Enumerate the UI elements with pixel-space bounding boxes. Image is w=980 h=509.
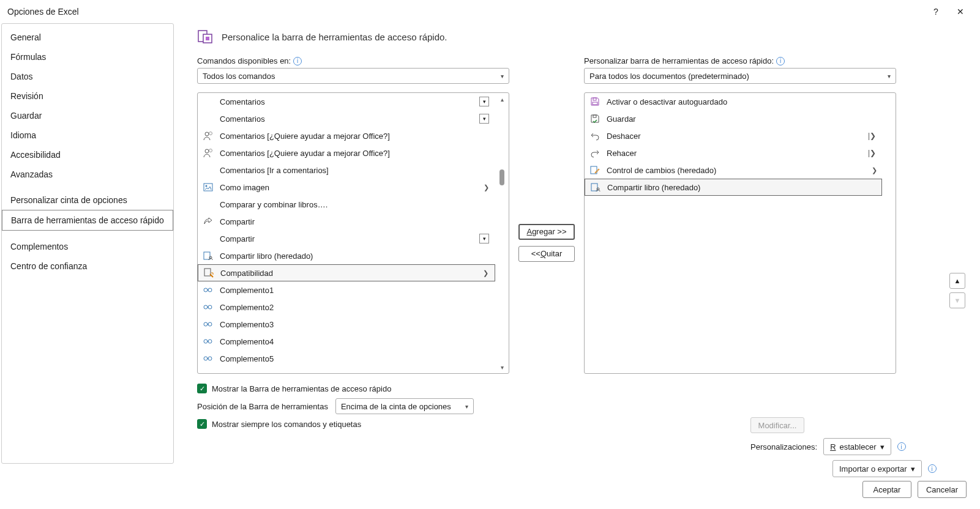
show-qat-label: Mostrar la Barra de herramientas de acce… — [212, 384, 391, 393]
remove-button[interactable]: << Quitar — [518, 246, 575, 262]
command-item[interactable]: Como imagen ❯ — [198, 179, 495, 196]
info-icon[interactable]: i — [928, 464, 937, 473]
command-item[interactable]: Complemento6 — [198, 367, 495, 373]
command-label: Comparar y combinar libros…. — [220, 200, 490, 209]
command-label: Compartir — [220, 234, 473, 243]
info-icon[interactable]: i — [897, 442, 906, 451]
svg-rect-26 — [593, 115, 596, 117]
blank-icon — [203, 96, 214, 107]
redo-icon — [589, 147, 600, 158]
svg-rect-9 — [204, 252, 210, 259]
command-label: Comentarios [¿Quiere ayudar a mejorar Of… — [220, 149, 490, 158]
scroll-down-icon[interactable]: ▾ — [498, 363, 506, 371]
command-label: Complemento2 — [220, 303, 490, 312]
save-icon — [589, 96, 600, 107]
command-item[interactable]: Complemento5 — [198, 350, 495, 367]
sidebar-item[interactable]: Fórmulas — [2, 47, 173, 67]
scroll-thumb[interactable] — [499, 169, 504, 185]
available-commands-listbox[interactable]: Comentarios ▾ Comentarios ▾ Comentarios … — [197, 92, 509, 374]
reset-dropdown[interactable]: Restablecer ▾ — [823, 438, 891, 455]
sidebar-item[interactable]: Complementos — [2, 237, 173, 256]
ok-button[interactable]: Aceptar — [862, 481, 911, 498]
help-button[interactable]: ? — [924, 2, 948, 21]
sidebar-item[interactable]: Barra de herramientas de acceso rápido — [2, 210, 173, 231]
command-item[interactable]: Comentarios [¿Quiere ayudar a mejorar Of… — [198, 127, 495, 144]
sidebar-item[interactable]: Avanzadas — [2, 165, 173, 184]
svg-point-8 — [206, 185, 208, 187]
command-label: Como imagen — [220, 183, 477, 192]
command-item[interactable]: Comentarios [¿Quiere ayudar a mejorar Of… — [198, 144, 495, 162]
qat-item[interactable]: Deshacer |❯ — [585, 127, 882, 144]
command-item[interactable]: Compartir ▾ — [198, 230, 495, 247]
savechk-icon — [589, 113, 600, 124]
sharebook-icon — [203, 250, 214, 261]
sidebar-item[interactable]: Guardar — [2, 106, 173, 125]
command-item[interactable]: Compatibilidad ❯ — [198, 264, 495, 281]
image-icon — [203, 182, 214, 193]
command-item[interactable]: Compartir libro (heredado) — [198, 247, 495, 264]
sidebar-item[interactable]: Centro de confianza — [2, 256, 173, 276]
command-item[interactable]: Complemento1 — [198, 281, 495, 299]
sidebar-item[interactable]: Idioma — [2, 125, 173, 145]
command-label: Comentarios [¿Quiere ayudar a mejorar Of… — [220, 132, 490, 141]
sidebar-item[interactable]: Personalizar cinta de opciones — [2, 190, 173, 210]
sharebook-icon — [590, 182, 601, 193]
checkbox-checked-icon[interactable]: ✓ — [197, 419, 207, 429]
qat-item[interactable]: Guardar — [585, 110, 882, 127]
chevron-right-icon: ❯ — [483, 269, 488, 277]
qat-item[interactable]: Compartir libro (heredado) — [585, 179, 882, 196]
toolbar-position-dropdown[interactable]: Encima de la cinta de opciones▾ — [335, 398, 474, 414]
qat-item[interactable]: Rehacer |❯ — [585, 144, 882, 162]
qat-item[interactable]: Activar o desactivar autoguardado — [585, 93, 882, 110]
command-item[interactable]: Complemento4 — [198, 333, 495, 350]
command-item[interactable]: Complemento3 — [198, 316, 495, 333]
move-up-button[interactable]: ▲ — [949, 273, 965, 289]
add-button[interactable]: Agregar >> — [518, 224, 575, 240]
sidebar-item[interactable]: Accesibilidad — [2, 145, 173, 165]
addin-icon — [203, 302, 214, 313]
always-show-checkbox-row[interactable]: ✓ Mostrar siempre los comandos y etiquet… — [197, 419, 509, 429]
dropdown-indicator-icon: ▾ — [479, 114, 489, 124]
close-button[interactable]: ✕ — [948, 2, 973, 21]
addin-icon — [203, 336, 214, 347]
command-label: Comentarios [Ir a comentarios] — [220, 166, 490, 175]
share-icon — [203, 216, 214, 227]
import-export-dropdown[interactable]: Importar o exportar ▾ — [832, 460, 922, 477]
command-label: Comentarios — [220, 97, 473, 106]
header-text: Personalice la barra de herramientas de … — [222, 32, 447, 42]
chevron-right-icon: ❯ — [872, 166, 877, 174]
sidebar-item[interactable]: Datos — [2, 67, 173, 86]
command-item[interactable]: Compartir — [198, 213, 495, 230]
info-icon[interactable]: i — [293, 57, 302, 65]
svg-point-6 — [209, 149, 212, 152]
info-icon[interactable]: i — [776, 57, 785, 65]
dropdown-indicator-icon: ▾ — [479, 234, 489, 243]
command-label: Complemento5 — [220, 354, 490, 363]
scrollbar[interactable]: ▴ ▾ — [497, 95, 507, 371]
show-qat-checkbox-row[interactable]: ✓ Mostrar la Barra de herramientas de ac… — [197, 384, 509, 393]
sidebar: GeneralFórmulasDatosRevisiónGuardarIdiom… — [1, 23, 174, 464]
scroll-up-icon[interactable]: ▴ — [498, 95, 506, 103]
chevron-right-icon: ❯ — [484, 184, 489, 191]
commands-available-dropdown[interactable]: Todos los comandos▾ — [197, 68, 509, 84]
svg-rect-11 — [204, 269, 211, 276]
command-item[interactable]: Comentarios ▾ — [198, 110, 495, 127]
command-item[interactable]: Comentarios ▾ — [198, 93, 495, 110]
move-down-button: ▼ — [949, 292, 965, 308]
cancel-button[interactable]: Cancelar — [918, 481, 967, 498]
command-item[interactable]: Comentarios [Ir a comentarios] — [198, 162, 495, 179]
command-item[interactable]: Comparar y combinar libros…. — [198, 196, 495, 213]
command-label: Compartir libro (heredado) — [220, 251, 490, 261]
document-scope-dropdown[interactable]: Para todos los documentos (predeterminad… — [584, 68, 896, 84]
command-label: Compatibilidad — [220, 269, 477, 278]
command-item[interactable]: Complemento2 — [198, 299, 495, 316]
svg-point-4 — [209, 132, 212, 135]
svg-rect-24 — [593, 98, 596, 100]
sidebar-item[interactable]: Revisión — [2, 86, 173, 106]
customize-qat-icon — [197, 28, 214, 45]
addin-icon — [203, 319, 214, 330]
current-qat-listbox[interactable]: Activar o desactivar autoguardado Guarda… — [584, 92, 896, 374]
checkbox-checked-icon[interactable]: ✓ — [197, 384, 207, 393]
sidebar-item[interactable]: General — [2, 28, 173, 47]
qat-item[interactable]: Control de cambios (heredado) ❯ — [585, 162, 882, 179]
